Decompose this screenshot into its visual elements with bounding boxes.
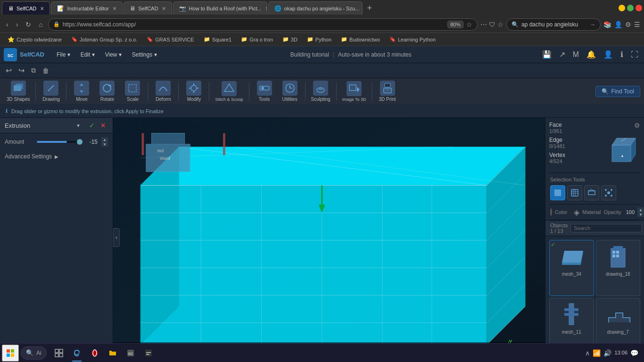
- home-button[interactable]: ⌂: [36, 20, 45, 29]
- select-edge-button[interactable]: [584, 185, 599, 200]
- start-button[interactable]: [2, 345, 19, 362]
- color-picker[interactable]: [550, 208, 552, 216]
- share-icon[interactable]: ↗: [557, 48, 567, 61]
- select-mesh-button[interactable]: [567, 185, 582, 200]
- select-face-button[interactable]: [550, 185, 565, 200]
- taskbar-app-opera[interactable]: [86, 345, 103, 362]
- zoom-level[interactable]: 80%: [447, 21, 463, 28]
- bookmark-3d[interactable]: 📁 3D: [279, 35, 301, 43]
- tool-tools[interactable]: Tools: [252, 79, 277, 104]
- taskbar-search[interactable]: 🔍 Ai: [21, 346, 47, 360]
- tray-volume-icon[interactable]: 🔊: [603, 349, 611, 357]
- object-card-mesh34[interactable]: ✓ mesh_34: [549, 240, 594, 296]
- advanced-settings-row[interactable]: Advanced Settings ▶: [0, 150, 113, 163]
- tool-image-to-3d[interactable]: Image To 3D: [339, 79, 369, 104]
- amount-increment[interactable]: ▲: [101, 137, 108, 142]
- tab-selfcad-2[interactable]: 🖥 SelfCAD ×: [124, 1, 172, 15]
- taskbar-app-7[interactable]: [140, 345, 157, 362]
- copy-button[interactable]: ⧉: [29, 65, 38, 76]
- maximize-button[interactable]: [627, 5, 634, 11]
- amount-slider[interactable]: [37, 141, 80, 143]
- taskbar-app-taskview[interactable]: [50, 345, 67, 362]
- bookmark-star-icon[interactable]: ☆: [466, 21, 472, 28]
- menu-settings[interactable]: Settings ▾: [127, 49, 162, 60]
- bookmark-got[interactable]: 📁 Gra o tron: [237, 35, 277, 43]
- amount-stepper[interactable]: ▲ ▼: [101, 137, 108, 147]
- extrusion-cancel-button[interactable]: ✕: [99, 121, 108, 130]
- forward-button[interactable]: ›: [14, 20, 21, 29]
- tab-close-1[interactable]: ×: [40, 5, 44, 12]
- bookmark-jobman[interactable]: 🔖 Jobman Group Sp. z o.o.: [67, 35, 141, 43]
- tool-rotate[interactable]: Rotate: [95, 79, 119, 104]
- tool-utilities[interactable]: Utilities: [278, 79, 302, 104]
- taskbar-app-files[interactable]: [104, 345, 121, 362]
- notification-center-icon[interactable]: 💬: [630, 349, 638, 357]
- menu-icon[interactable]: ☰: [634, 21, 640, 28]
- bookmark-gras[interactable]: 🔖 GRAS SERVICE: [143, 35, 198, 43]
- tray-arrow-icon[interactable]: ∧: [585, 349, 590, 357]
- search-bar[interactable]: 🔍 ap dachu po angielsku →: [506, 18, 601, 31]
- notification-icon[interactable]: 🔔: [585, 48, 598, 61]
- viewport[interactable]: Wd Ward X Y Z 🔧 Toolbar ℹ: [113, 118, 545, 357]
- amount-decrement[interactable]: ▼: [101, 142, 108, 147]
- back-button[interactable]: ‹: [4, 20, 11, 29]
- opacity-increment[interactable]: ▲: [637, 207, 644, 212]
- url-bar[interactable]: 🔒 https://www.selfcad.com/app/ 80% ☆: [48, 18, 478, 31]
- objects-search-input[interactable]: [570, 224, 642, 232]
- tool-deform[interactable]: Deform: [151, 79, 175, 104]
- library-icon[interactable]: 📚: [603, 21, 611, 28]
- tab-selfcad-1[interactable]: 🖥 SelfCAD ×: [2, 1, 50, 15]
- tool-3d-print[interactable]: 3D Print: [375, 79, 400, 104]
- tab-close-2[interactable]: ×: [113, 5, 116, 12]
- find-tool-button[interactable]: 🔍 Find Tool: [595, 86, 640, 97]
- tool-drawing[interactable]: Drawing: [39, 79, 63, 104]
- settings-icon[interactable]: ⚙: [625, 21, 631, 28]
- tool-3d-shapes[interactable]: 3D Shapes: [4, 79, 33, 104]
- bookmark-frequently-visited[interactable]: ⭐ Często odwiedzane: [4, 35, 66, 44]
- bookmark-python[interactable]: 📁 Python: [303, 35, 335, 43]
- menu-edit[interactable]: Edit ▾: [76, 49, 99, 60]
- new-tab-button[interactable]: +: [363, 3, 376, 13]
- taskbar-app-6[interactable]: SC: [122, 345, 139, 362]
- undo-button[interactable]: ↩: [4, 64, 14, 77]
- close-button[interactable]: [636, 5, 642, 11]
- bookmark-budownictwo[interactable]: 📁 Budownictwo: [337, 35, 384, 43]
- app-container: SC SelfCAD File ▾ Edit ▾ View ▾ Settings…: [0, 46, 644, 357]
- opacity-decrement[interactable]: ▼: [637, 212, 644, 217]
- extensions-icon[interactable]: ⋯: [480, 21, 487, 28]
- tab-okap[interactable]: 🌐 okap dachu po angielsku - Szu... ×: [268, 1, 363, 15]
- tab-instructable[interactable]: 📝 Instructable Editor ×: [51, 1, 123, 15]
- bookmark-learning-python[interactable]: 🔖 Learning Python: [386, 35, 439, 43]
- info-icon[interactable]: ℹ: [619, 48, 625, 61]
- delete-button[interactable]: 🗑: [41, 65, 51, 76]
- tool-scale[interactable]: Scale: [120, 79, 145, 104]
- collapse-panel-button[interactable]: ‹: [113, 228, 120, 247]
- fullscreen-icon[interactable]: ⛶: [629, 49, 640, 61]
- save-icon[interactable]: 💾: [540, 48, 553, 61]
- bookmark-square1[interactable]: 📁 Square1: [200, 35, 236, 43]
- tab-roof[interactable]: 📷 How to Build a Roof (with Pict... ×: [173, 1, 267, 15]
- shield-icon[interactable]: 🛡: [489, 21, 495, 28]
- tray-network-icon[interactable]: 📶: [593, 349, 601, 357]
- profile-icon[interactable]: 👤: [602, 48, 615, 61]
- tab-close-4[interactable]: ×: [265, 5, 267, 12]
- star-icon[interactable]: ☆: [497, 21, 504, 28]
- tool-move[interactable]: Move: [69, 79, 94, 104]
- profile-icon[interactable]: 👤: [614, 21, 622, 28]
- select-vertex-button[interactable]: [601, 185, 616, 200]
- tab-close-3[interactable]: ×: [162, 5, 165, 12]
- tool-sculpting[interactable]: Sculpting: [308, 79, 333, 104]
- extrusion-confirm-button[interactable]: ✓: [87, 121, 97, 130]
- opacity-stepper[interactable]: ▲ ▼: [637, 207, 644, 217]
- menu-view[interactable]: View ▾: [100, 49, 126, 60]
- medium-icon[interactable]: M: [571, 49, 581, 61]
- settings-gear-button[interactable]: ⚙: [634, 122, 640, 129]
- redo-button[interactable]: ↪: [17, 64, 26, 77]
- tool-modify[interactable]: Modify: [182, 79, 206, 104]
- minimize-button[interactable]: [619, 5, 625, 11]
- refresh-button[interactable]: ↻: [23, 20, 33, 29]
- menu-file[interactable]: File ▾: [52, 49, 75, 60]
- taskbar-app-edge[interactable]: [68, 345, 85, 362]
- tool-stitch-scoop[interactable]: Stitch & Scoop: [212, 79, 246, 104]
- object-card-drawing18[interactable]: drawing_18: [596, 240, 641, 296]
